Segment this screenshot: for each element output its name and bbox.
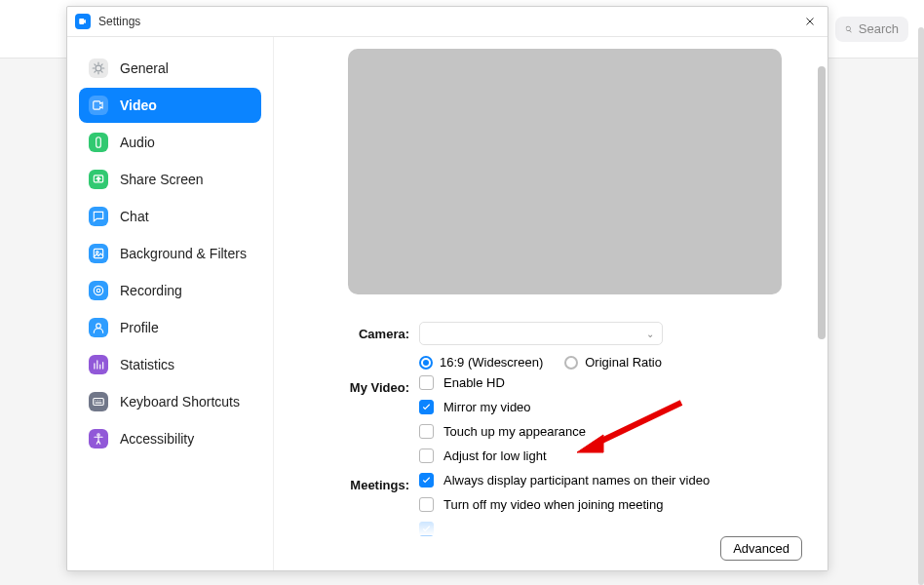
sidebar-item-label: Video	[120, 98, 157, 113]
sidebar-item-label: Accessibility	[120, 431, 194, 447]
settings-sidebar: GeneralVideoAudioShare ScreenChatBackgro…	[67, 37, 274, 570]
settings-dialog: Settings GeneralVideoAudioShare ScreenCh…	[66, 6, 828, 571]
checkbox-icon	[419, 375, 434, 390]
recording-icon	[89, 281, 108, 300]
chat-icon	[89, 207, 108, 226]
sidebar-item-label: Audio	[120, 135, 155, 150]
sidebar-item-chat[interactable]: Chat	[79, 199, 261, 234]
share-screen-icon	[89, 170, 108, 189]
video-settings-panel: Camera: ⌄ 16:9 (Widescreen)	[274, 37, 828, 570]
sidebar-item-label: Keyboard Shortcuts	[120, 394, 240, 410]
audio-icon	[89, 133, 108, 152]
search-icon	[845, 23, 853, 35]
sidebar-item-general[interactable]: General	[79, 51, 261, 86]
touch-up-label: Touch up my appearance	[443, 424, 586, 439]
sidebar-item-label: Profile	[120, 320, 159, 335]
checkbox-icon	[419, 448, 434, 463]
enable-hd-label: Enable HD	[443, 375, 505, 390]
ratio-169[interactable]: 16:9 (Widescreen)	[419, 355, 543, 370]
profile-icon	[89, 318, 108, 337]
checkbox-icon	[419, 497, 434, 512]
settings-content: Camera: ⌄ 16:9 (Widescreen)	[274, 37, 828, 570]
mirror-video-checkbox[interactable]: Mirror my video	[419, 400, 792, 414]
turnoff-video-join-checkbox[interactable]: Turn off my video when joining meeting	[419, 497, 792, 512]
close-button[interactable]	[800, 12, 820, 31]
svg-point-3	[96, 252, 98, 254]
svg-point-0	[96, 65, 101, 71]
sidebar-item-keyboard-shortcuts[interactable]: Keyboard Shortcuts	[79, 384, 261, 419]
search-placeholder: Search	[859, 21, 899, 36]
adjust-low-light-checkbox[interactable]: Adjust for low light	[419, 448, 792, 463]
chevron-down-icon: ⌄	[646, 329, 654, 339]
general-icon	[89, 58, 108, 78]
advanced-bar: Advanced	[695, 528, 828, 570]
page-scrollbar[interactable]	[918, 27, 924, 585]
display-names-label: Always display participant names on thei…	[443, 473, 710, 488]
svg-point-4	[94, 286, 102, 294]
sidebar-item-label: Background & Filters	[120, 246, 247, 261]
sidebar-item-label: Share Screen	[120, 172, 204, 187]
svg-point-5	[96, 289, 100, 292]
ratio-original[interactable]: Original Ratio	[564, 355, 662, 370]
sidebar-item-background-filters[interactable]: Background & Filters	[79, 236, 261, 271]
low-light-label: Adjust for low light	[443, 448, 547, 463]
touch-up-my-appearance-checkbox[interactable]: Touch up my appearance	[419, 424, 792, 439]
advanced-button[interactable]: Advanced	[720, 536, 802, 561]
radio-icon	[564, 356, 578, 370]
turnoff-join-label: Turn off my video when joining meeting	[443, 497, 663, 512]
enable-hd-checkbox[interactable]: Enable HD	[419, 375, 792, 390]
sidebar-item-share-screen[interactable]: Share Screen	[79, 162, 261, 197]
close-icon	[804, 16, 816, 27]
mirror-video-label: Mirror my video	[443, 400, 531, 414]
content-scrollbar[interactable]	[818, 66, 826, 339]
video-icon	[89, 96, 108, 115]
zoom-logo-icon	[75, 14, 91, 29]
checkbox-icon	[419, 522, 434, 536]
my-video-label: My Video:	[336, 375, 419, 395]
camera-label: Camera:	[336, 322, 419, 341]
checkbox-icon	[419, 400, 434, 414]
accessibility-icon	[89, 429, 108, 448]
svg-rect-7	[94, 399, 104, 406]
svg-point-6	[96, 324, 101, 329]
meetings-label: Meetings:	[336, 473, 419, 492]
keyboard-shortcuts-icon	[89, 392, 108, 411]
global-search[interactable]: Search	[835, 17, 908, 42]
sidebar-item-label: General	[120, 60, 169, 76]
display-participant-names-checkbox[interactable]: Always display participant names on thei…	[419, 473, 792, 488]
sidebar-item-profile[interactable]: Profile	[79, 310, 261, 345]
sidebar-item-video[interactable]: Video	[79, 88, 261, 123]
camera-select[interactable]: ⌄	[419, 322, 663, 345]
checkbox-icon	[419, 424, 434, 439]
sidebar-item-label: Chat	[120, 209, 149, 224]
sidebar-item-accessibility[interactable]: Accessibility	[79, 421, 261, 456]
sidebar-item-statistics[interactable]: Statistics	[79, 347, 261, 382]
video-preview	[348, 49, 782, 294]
background-filters-icon	[89, 244, 108, 263]
checkbox-icon	[419, 473, 434, 488]
statistics-icon	[89, 355, 108, 374]
sidebar-item-label: Recording	[120, 283, 182, 298]
svg-point-8	[97, 434, 99, 436]
sidebar-item-recording[interactable]: Recording	[79, 273, 261, 308]
radio-icon	[419, 356, 433, 370]
ratio-original-label: Original Ratio	[585, 355, 662, 370]
sidebar-item-label: Statistics	[120, 357, 174, 372]
settings-title: Settings	[98, 15, 140, 28]
sidebar-item-audio[interactable]: Audio	[79, 125, 261, 160]
settings-titlebar: Settings	[67, 7, 828, 37]
ratio-169-label: 16:9 (Widescreen)	[440, 355, 543, 370]
